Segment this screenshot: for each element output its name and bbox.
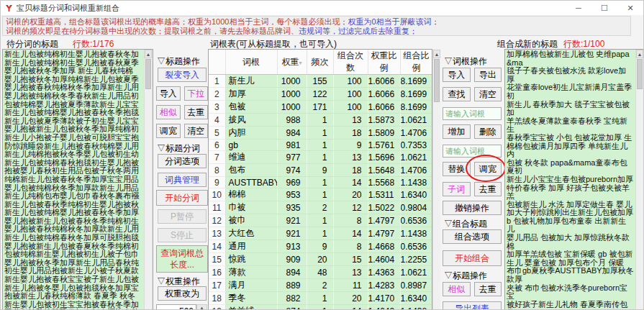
root-input-2[interactable] xyxy=(443,145,502,158)
table-row[interactable]: 11 巾被 935 2 12 1.5022 0.9804 xyxy=(209,201,432,214)
table-row[interactable]: 10 棉棉 953 1 20 1.5311 1.6340 xyxy=(209,188,432,201)
table-header-row: 词根 权重▾ 频次 组合次数 权重比例 组合比例 xyxy=(209,50,432,75)
similar-button[interactable]: 相似 xyxy=(156,105,181,119)
section-title-ops: ▽标题操作 xyxy=(157,55,200,68)
split-options-button[interactable]: 分词选项 xyxy=(158,154,207,168)
import-roots-button[interactable]: 导入 xyxy=(443,68,471,82)
section-root-ops: ▽词根操作 xyxy=(444,55,487,68)
minimize-button[interactable]: ─ xyxy=(566,1,591,15)
start-combine-button[interactable]: 开始组合 xyxy=(443,250,502,266)
table-row[interactable]: 17 满月 889 2 11 1.4283 0.8987 xyxy=(209,279,432,292)
table-row[interactable]: 2 加厚 1000 122 100 1.6066 8.1699 xyxy=(209,88,432,101)
weight-value[interactable]: 500 xyxy=(156,304,196,310)
dedupe-roots-button[interactable]: 去重 xyxy=(474,182,502,196)
table-row[interactable]: 12 被巾 921 1 8 1.4797 0.6536 xyxy=(209,214,432,227)
col-freq[interactable]: 频次 xyxy=(307,50,333,75)
widen-button[interactable]: 调宽 xyxy=(156,124,181,138)
dropdown-button[interactable]: 下拉 xyxy=(184,86,209,101)
table-row[interactable]: 4 披风 988 1 13 1.5873 1.0621 xyxy=(209,114,432,127)
subword-button[interactable]: 子词 xyxy=(443,182,471,196)
dedupe-button[interactable]: 去重 xyxy=(184,105,209,119)
scroll-up-icon[interactable]: ▲ xyxy=(145,50,152,58)
table-row[interactable]: 5 内胆 984 1 18 1.5809 1.4706 xyxy=(209,127,432,140)
scroll-thumb[interactable] xyxy=(434,59,440,102)
scroll-thumb[interactable] xyxy=(145,59,151,89)
right-scrollbar[interactable]: ▲ xyxy=(635,50,643,310)
sort-icon: ▾ xyxy=(299,60,301,66)
weight-set-button[interactable]: 权重改为 xyxy=(158,286,207,301)
scroll-up-icon[interactable]: ▲ xyxy=(433,50,440,58)
similar-new-button[interactable]: 相似 xyxy=(443,282,471,296)
start-split-button[interactable]: 开始分词 xyxy=(156,190,208,206)
section-title-ops-right: ▽标题操作 xyxy=(444,270,487,282)
combined-titles-textarea[interactable]: 加厚棉棉包被新生儿被包 史维papa&ma 毯子子春夹被包被水洗 款彩love加… xyxy=(504,49,644,310)
spinner-up-icon[interactable]: ▲ xyxy=(196,304,207,310)
delete-root-button[interactable]: 删除 xyxy=(474,124,502,139)
table-row[interactable]: 1 新生儿 1000 155 100 1.6066 8.1699 xyxy=(209,75,432,88)
root-input[interactable] xyxy=(443,107,502,120)
col-combo[interactable]: 组合次数 xyxy=(333,50,368,75)
notice-line1: 词根的权重越高，组合标题该词根出现的概率越高；权重为1000相当于主词，每个标题… xyxy=(6,17,627,27)
window-title: 宝贝标题分词和词根重新组合 xyxy=(17,3,566,14)
col-wratio[interactable]: 权重比例 xyxy=(368,50,400,75)
section-split: ▽标题分词 xyxy=(157,142,200,155)
table-row[interactable]: 9 AUSTTBABY 969 1 14 1.5568 1.1438 xyxy=(209,177,432,188)
pause-button[interactable]: P暂停 xyxy=(158,209,207,224)
combine-options-button[interactable]: 组合选项 xyxy=(443,229,502,244)
titles-to-split-textarea[interactable]: 新生儿包被纯棉初生婴儿抱被春秋冬加 新生儿包被纯棉初生婴儿抱被春秋夏季 婴儿抱被… xyxy=(2,49,153,310)
dict-manage-button[interactable]: 词典管理 xyxy=(158,173,207,187)
query-root-length-button[interactable]: 查询词根总长度... xyxy=(156,245,208,273)
table-row[interactable]: 15 惊跳 909 20 15 1.4604 1.2255 xyxy=(209,253,432,266)
left-scrollbar[interactable]: ▲ xyxy=(144,50,152,310)
table-row[interactable]: 8 包布 974 9 18 1.5648 1.4706 xyxy=(209,164,432,177)
col-index xyxy=(209,50,225,75)
table-row[interactable]: 7 维迪 977 1 13 1.5696 1.0621 xyxy=(209,151,432,164)
find-root-button[interactable]: 查找 xyxy=(443,87,471,101)
root-table: 词根 权重▾ 频次 组合次数 权重比例 组合比例 1 新生儿 1000 155 xyxy=(208,49,432,310)
title-bar: 宝贝标题分词和词根重新组合 ─ ☐ ✕ xyxy=(1,1,643,15)
notice-box: 词根的权重越高，组合标题该词根出现的概率越高；权重为1000相当于主词，每个标题… xyxy=(2,16,631,36)
export-roots-button[interactable]: 导出 xyxy=(474,68,502,82)
notice-line2: 词根的频次即是在待分词标题中出现的次数；提取词根之前，请先去除标题品牌词、违规词… xyxy=(6,27,627,36)
stop-button[interactable]: S停止 xyxy=(158,228,207,242)
maximize-button[interactable]: ☐ xyxy=(591,1,617,15)
dedupe-new-button[interactable]: 去重 xyxy=(474,282,502,296)
col-word[interactable]: 词根 xyxy=(225,50,277,75)
table-row[interactable]: 18 季冬 882 1 20 1.4170 1.6340 xyxy=(209,292,432,305)
scroll-up-icon[interactable]: ▲ xyxy=(636,50,643,58)
replace-button[interactable]: 替换 xyxy=(443,162,471,176)
widen-roots-button[interactable]: 调宽 xyxy=(474,162,502,176)
export-list-button[interactable]: 导出列表 xyxy=(443,301,502,310)
table-row[interactable]: 19 羊羔绒 874 1 14 1.4042 1.1438 xyxy=(209,305,432,310)
scroll-thumb[interactable] xyxy=(637,59,643,89)
table-scrollbar[interactable]: ▲ xyxy=(432,50,440,310)
close-button[interactable]: ✕ xyxy=(617,1,643,15)
table-row[interactable]: 16 薄款 894 48 13 1.4363 1.0621 xyxy=(209,266,432,279)
weight-spinner[interactable]: 500 ▲▼ xyxy=(156,304,208,310)
table-row[interactable]: 14 通用 913 9 8 1.4668 0.6536 xyxy=(209,240,432,253)
table-row[interactable]: 13 大红色 921 1 14 1.4797 1.1438 xyxy=(209,227,432,240)
table-row[interactable]: 6 gb 981 1 9 1.5761 0.7353 xyxy=(209,140,432,151)
fission-import-button[interactable]: 裂变导入 xyxy=(158,68,207,82)
table-row[interactable]: 3 包被 1000 171 100 1.6066 8.1699 xyxy=(209,101,432,114)
add-root-button[interactable]: 增加 xyxy=(443,124,471,139)
import-titles-button[interactable]: 导入 xyxy=(156,86,181,101)
undo-button[interactable]: 撤销操作 xyxy=(443,201,502,215)
section-combine: ▽组合标题 xyxy=(444,218,487,230)
clear-roots-button[interactable]: 清空 xyxy=(474,87,502,101)
col-weight[interactable]: 权重▾ xyxy=(277,50,307,75)
clear-titles-button[interactable]: 清空 xyxy=(184,124,209,138)
col-cratio[interactable]: 组合比例 xyxy=(400,50,432,75)
app-window: 宝贝标题分词和词根重新组合 ─ ☐ ✕ 词根的权重越高，组合标题该词根出现的概率… xyxy=(0,0,644,310)
app-logo-icon xyxy=(5,4,13,12)
